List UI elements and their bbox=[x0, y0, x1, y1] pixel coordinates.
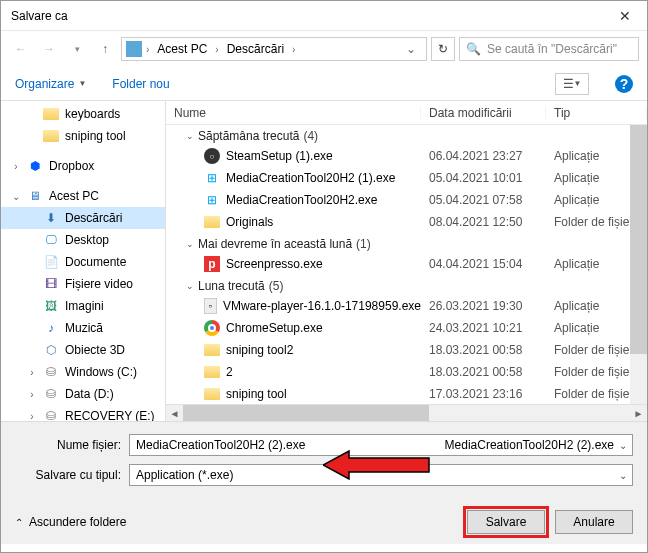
group-count: (5) bbox=[269, 279, 284, 293]
sidebar-item-label: Windows (C:) bbox=[65, 365, 137, 379]
header-date[interactable]: Data modificării bbox=[421, 106, 546, 120]
filename-dropdown[interactable]: ⌄ bbox=[614, 440, 632, 451]
header-type[interactable]: Tip bbox=[546, 106, 647, 120]
sidebar-item-obiecte-3d[interactable]: ⬡Obiecte 3D bbox=[1, 339, 165, 361]
sidebar-item-fi-iere-video[interactable]: 🎞Fișiere video bbox=[1, 273, 165, 295]
sidebar-item-desktop[interactable]: 🖵Desktop bbox=[1, 229, 165, 251]
file-date: 18.03.2021 00:58 bbox=[421, 365, 546, 379]
chevron-icon: › bbox=[27, 411, 37, 422]
file-row[interactable]: ⊞MediaCreationTool20H2.exe05.04.2021 07:… bbox=[166, 189, 647, 211]
sidebar-item-label: Desktop bbox=[65, 233, 109, 247]
view-options-button[interactable]: ☰ ▼ bbox=[555, 73, 589, 95]
file-row[interactable]: sniping tool218.03.2021 00:58Folder de f… bbox=[166, 339, 647, 361]
sidebar-item-sniping-tool[interactable]: sniping tool bbox=[1, 125, 165, 147]
file-row[interactable]: pScreenpresso.exe04.04.2021 15:04Aplicaț… bbox=[166, 253, 647, 275]
file-name: sniping tool bbox=[226, 387, 287, 401]
horizontal-scrollbar[interactable]: ◄► bbox=[166, 404, 647, 421]
recent-dropdown[interactable]: ▾ bbox=[65, 37, 89, 61]
filename-field[interactable] bbox=[130, 435, 445, 455]
file-name: Originals bbox=[226, 215, 273, 229]
help-button[interactable]: ? bbox=[615, 75, 633, 93]
sidebar-item-keyboards[interactable]: keyboards bbox=[1, 103, 165, 125]
mus-icon: ♪ bbox=[43, 320, 59, 336]
sidebar-item-muzic-[interactable]: ♪Muzică bbox=[1, 317, 165, 339]
forward-button[interactable]: → bbox=[37, 37, 61, 61]
filetype-dropdown[interactable]: ⌄ bbox=[614, 470, 632, 481]
disk-icon: ⛁ bbox=[43, 364, 59, 380]
save-button[interactable]: Salvare bbox=[467, 510, 545, 534]
file-row[interactable]: ▫VMware-player-16.1.0-17198959.exe26.03.… bbox=[166, 295, 647, 317]
obj-icon: ⬡ bbox=[43, 342, 59, 358]
sidebar-item-label: Imagini bbox=[65, 299, 104, 313]
header-name[interactable]: Nume bbox=[166, 106, 421, 120]
sidebar-item-label: Documente bbox=[65, 255, 126, 269]
file-name: Screenpresso.exe bbox=[226, 257, 323, 271]
folder-icon bbox=[43, 128, 59, 144]
sidebar-item-label: Obiecte 3D bbox=[65, 343, 125, 357]
sidebar-item-label: Muzică bbox=[65, 321, 103, 335]
sidebar-item-data-d-[interactable]: ›⛁Data (D:) bbox=[1, 383, 165, 405]
filetype-select[interactable]: Application (*.exe) ⌄ bbox=[129, 464, 633, 486]
group-title: Săptămâna trecută bbox=[198, 129, 299, 143]
group-header[interactable]: ⌄ Săptămâna trecută (4) bbox=[166, 125, 647, 145]
filename-selection: MediaCreationTool20H2 (2).exe bbox=[445, 438, 614, 452]
sidebar-item-documente[interactable]: 📄Documente bbox=[1, 251, 165, 273]
file-list[interactable]: ⌄ Săptămâna trecută (4)○SteamSetup (1).e… bbox=[166, 125, 647, 404]
down-icon: ⬇ bbox=[43, 210, 59, 226]
filename-input[interactable]: MediaCreationTool20H2 (2).exe ⌄ bbox=[129, 434, 633, 456]
sidebar[interactable]: keyboardssniping tool›⬢Dropbox⌄🖥Acest PC… bbox=[1, 101, 166, 421]
organize-menu[interactable]: Organizare▼ bbox=[15, 77, 86, 91]
file-row[interactable]: ChromeSetup.exe24.03.2021 10:21Aplicație bbox=[166, 317, 647, 339]
sidebar-item-windows-c-[interactable]: ›⛁Windows (C:) bbox=[1, 361, 165, 383]
sidebar-item-label: Acest PC bbox=[49, 189, 99, 203]
disk-icon: ⛁ bbox=[43, 386, 59, 402]
file-date: 05.04.2021 07:58 bbox=[421, 193, 546, 207]
file-row[interactable]: ○SteamSetup (1).exe06.04.2021 23:27Aplic… bbox=[166, 145, 647, 167]
up-button[interactable]: ↑ bbox=[93, 37, 117, 61]
breadcrumb-part[interactable]: Descărcări bbox=[223, 42, 288, 56]
pc-icon bbox=[126, 41, 142, 57]
file-row[interactable]: 218.03.2021 00:58Folder de fișiere bbox=[166, 361, 647, 383]
back-button[interactable]: ← bbox=[9, 37, 33, 61]
sidebar-item-label: Data (D:) bbox=[65, 387, 114, 401]
group-header[interactable]: ⌄ Mai devreme în această lună (1) bbox=[166, 233, 647, 253]
sidebar-item-recovery-e-[interactable]: ›⛁RECOVERY (E:) bbox=[1, 405, 165, 421]
file-row[interactable]: ⊞MediaCreationTool20H2 (1).exe05.04.2021… bbox=[166, 167, 647, 189]
new-folder-button[interactable]: Folder nou bbox=[112, 77, 169, 91]
chevron-icon: › bbox=[27, 367, 37, 378]
pc-icon: 🖥 bbox=[27, 188, 43, 204]
img-icon: 🖼 bbox=[43, 298, 59, 314]
breadcrumb-dropdown[interactable]: ⌄ bbox=[400, 42, 422, 56]
sidebar-item-imagini[interactable]: 🖼Imagini bbox=[1, 295, 165, 317]
file-name: 2 bbox=[226, 365, 233, 379]
breadcrumb-part[interactable]: Acest PC bbox=[153, 42, 211, 56]
file-row[interactable]: sniping tool17.03.2021 23:16Folder de fi… bbox=[166, 383, 647, 404]
chevron-right-icon: › bbox=[292, 44, 295, 55]
column-headers[interactable]: Nume Data modificării Tip bbox=[166, 101, 647, 125]
sidebar-item-label: Dropbox bbox=[49, 159, 94, 173]
file-date: 06.04.2021 23:27 bbox=[421, 149, 546, 163]
window-title: Salvare ca bbox=[11, 9, 602, 23]
chevron-right-icon: › bbox=[146, 44, 149, 55]
group-header[interactable]: ⌄ Luna trecută (5) bbox=[166, 275, 647, 295]
file-name: sniping tool2 bbox=[226, 343, 293, 357]
refresh-button[interactable]: ↻ bbox=[431, 37, 455, 61]
folder-icon bbox=[43, 106, 59, 122]
sidebar-item-label: Fișiere video bbox=[65, 277, 133, 291]
filetype-value: Application (*.exe) bbox=[130, 468, 614, 482]
cancel-button[interactable]: Anulare bbox=[555, 510, 633, 534]
vertical-scrollbar[interactable] bbox=[630, 125, 647, 404]
sidebar-item-acest-pc[interactable]: ⌄🖥Acest PC bbox=[1, 185, 165, 207]
breadcrumb[interactable]: › Acest PC › Descărcări › ⌄ bbox=[121, 37, 427, 61]
file-name: VMware-player-16.1.0-17198959.exe bbox=[223, 299, 421, 313]
file-row[interactable]: Originals08.04.2021 12:50Folder de fișie… bbox=[166, 211, 647, 233]
hide-folders-toggle[interactable]: ⌃ Ascundere foldere bbox=[15, 515, 126, 529]
sidebar-item-dropbox[interactable]: ›⬢Dropbox bbox=[1, 155, 165, 177]
vid-icon: 🎞 bbox=[43, 276, 59, 292]
close-button[interactable]: ✕ bbox=[602, 1, 647, 30]
search-input[interactable]: 🔍 Se caută în "Descărcări" bbox=[459, 37, 639, 61]
doc-icon: 📄 bbox=[43, 254, 59, 270]
group-count: (1) bbox=[356, 237, 371, 251]
filetype-label: Salvare cu tipul: bbox=[15, 468, 121, 482]
sidebar-item-desc-rc-ri[interactable]: ⬇Descărcări bbox=[1, 207, 165, 229]
